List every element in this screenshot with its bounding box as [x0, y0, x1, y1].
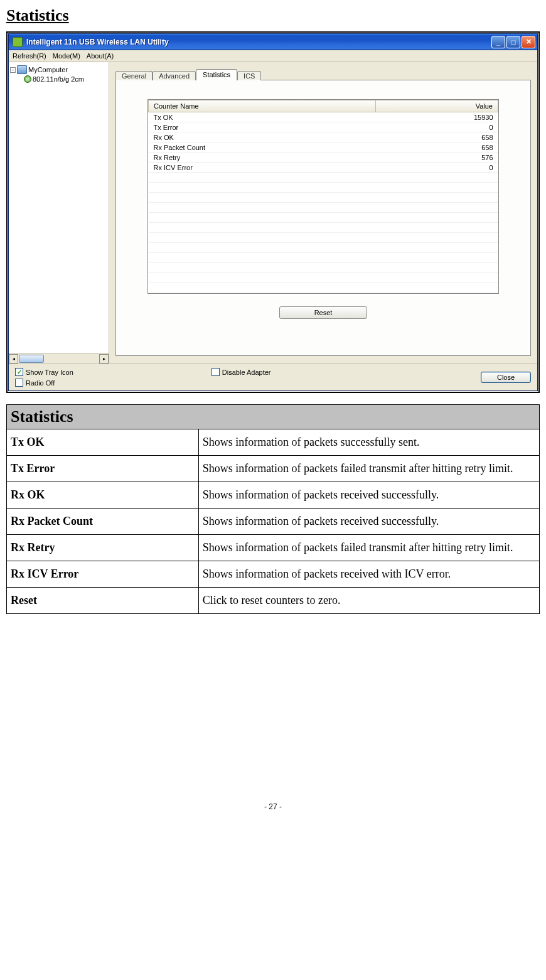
empty-cell: [149, 233, 376, 243]
adapter-icon: [24, 75, 31, 83]
scroll-right-icon[interactable]: ▸: [99, 354, 109, 363]
empty-cell: [376, 223, 498, 233]
table-row[interactable]: Tx Error0: [149, 122, 498, 132]
menu-refresh[interactable]: Refresh(R): [13, 52, 46, 60]
desc-text: Shows information of packets received su…: [198, 482, 539, 509]
empty-cell: [149, 193, 376, 203]
close-button-wrap: Close: [481, 372, 531, 383]
disable-adapter-label: Disable Adapter: [222, 369, 271, 376]
table-row: Rx Packet CountShows information of pack…: [7, 509, 540, 535]
table-row: [149, 243, 498, 253]
tab-ics[interactable]: ICS: [237, 71, 261, 80]
stat-value: 0: [376, 122, 498, 132]
menu-about[interactable]: About(A): [87, 52, 114, 60]
table-row: [149, 183, 498, 193]
empty-cell: [149, 283, 376, 293]
table-row: Rx ICV ErrorShows information of packets…: [7, 561, 540, 588]
close-button[interactable]: Close: [481, 372, 531, 383]
minimize-button[interactable]: _: [491, 36, 505, 48]
checkbox-col-left: ✓ Show Tray Icon Radio Off: [15, 368, 73, 387]
reset-row: Reset: [147, 306, 499, 319]
desc-key: Rx Retry: [7, 535, 199, 561]
table-row[interactable]: Rx ICV Error0: [149, 163, 498, 173]
empty-cell: [149, 203, 376, 213]
desc-text: Click to reset counters to zero.: [198, 588, 539, 614]
page-number: - 27 -: [6, 802, 540, 811]
section-heading: Statistics: [6, 6, 540, 25]
col-counter-name[interactable]: Counter Name: [149, 100, 376, 112]
table-row[interactable]: Rx Packet Count658: [149, 143, 498, 153]
desc-key: Tx Error: [7, 456, 199, 482]
screenshot-container: Intelligent 11n USB Wireless LAN Utility…: [6, 31, 540, 393]
empty-cell: [376, 253, 498, 263]
stat-name: Tx OK: [149, 112, 376, 122]
tab-panel: Counter Name Value Tx OK15930Tx Error0Rx…: [115, 80, 531, 356]
checkbox-icon: ✓: [15, 368, 23, 376]
empty-cell: [149, 263, 376, 273]
tree-child[interactable]: 802.11n/b/g 2cm: [10, 75, 107, 83]
stat-value: 15930: [376, 112, 498, 122]
maximize-button[interactable]: □: [506, 36, 520, 48]
stat-value: 658: [376, 132, 498, 143]
show-tray-checkbox[interactable]: ✓ Show Tray Icon: [15, 368, 73, 376]
empty-cell: [149, 253, 376, 263]
menu-mode[interactable]: Mode(M): [53, 52, 80, 60]
empty-cell: [376, 263, 498, 273]
radio-off-checkbox[interactable]: Radio Off: [15, 379, 73, 387]
disable-adapter-checkbox[interactable]: Disable Adapter: [211, 368, 271, 376]
table-row: Tx ErrorShows information of packets fai…: [7, 456, 540, 482]
desc-key: Tx OK: [7, 429, 199, 456]
tree-child-label: 802.11n/b/g 2cm: [33, 75, 84, 83]
radio-off-label: Radio Off: [26, 379, 55, 387]
table-row[interactable]: Rx OK658: [149, 132, 498, 143]
tab-statistics[interactable]: Statistics: [196, 69, 237, 80]
empty-cell: [376, 273, 498, 283]
checkbox-icon: [15, 379, 23, 387]
close-window-button[interactable]: ✕: [522, 36, 535, 48]
tab-advanced[interactable]: Advanced: [153, 71, 196, 80]
table-row[interactable]: Rx Retry576: [149, 153, 498, 163]
desc-text: Shows information of packets received su…: [198, 509, 539, 535]
empty-cell: [376, 193, 498, 203]
window-title: Intelligent 11n USB Wireless LAN Utility: [26, 38, 491, 46]
scroll-left-icon[interactable]: ◂: [9, 354, 18, 363]
empty-cell: [149, 223, 376, 233]
scroll-thumb[interactable]: [19, 355, 44, 363]
stat-name: Rx OK: [149, 132, 376, 143]
table-row: [149, 203, 498, 213]
desc-text: Shows information of packets successfull…: [198, 429, 539, 456]
window-buttons: _ □ ✕: [491, 36, 535, 48]
app-body: − MyComputer 802.11n/b/g 2cm ◂ ▸ General: [9, 62, 537, 363]
col-value[interactable]: Value: [376, 100, 498, 112]
tree-panel: − MyComputer 802.11n/b/g 2cm ◂ ▸: [9, 62, 109, 363]
show-tray-label: Show Tray Icon: [26, 369, 73, 376]
empty-cell: [149, 273, 376, 283]
computer-icon: [17, 65, 27, 74]
table-row: Rx OKShows information of packets receiv…: [7, 482, 540, 509]
stat-table: Counter Name Value Tx OK15930Tx Error0Rx…: [148, 100, 498, 293]
menubar: Refresh(R) Mode(M) About(A): [9, 50, 537, 62]
empty-cell: [149, 213, 376, 223]
empty-cell: [376, 173, 498, 183]
table-row[interactable]: Tx OK15930: [149, 112, 498, 122]
tab-general[interactable]: General: [115, 71, 153, 80]
tree-scrollbar[interactable]: ◂ ▸: [9, 353, 109, 363]
titlebar: Intelligent 11n USB Wireless LAN Utility…: [9, 34, 537, 50]
empty-cell: [149, 173, 376, 183]
tree-root[interactable]: − MyComputer: [10, 65, 107, 75]
tree-collapse-icon[interactable]: −: [10, 67, 16, 73]
table-row: Tx OKShows information of packets succes…: [7, 429, 540, 456]
empty-cell: [376, 183, 498, 193]
empty-cell: [376, 233, 498, 243]
reset-button[interactable]: Reset: [279, 306, 367, 319]
desc-header: Statistics: [7, 405, 540, 429]
table-row: [149, 193, 498, 203]
app-icon: [13, 37, 23, 47]
stat-name: Rx ICV Error: [149, 163, 376, 173]
checkbox-col-mid: Disable Adapter: [211, 368, 271, 376]
desc-header-row: Statistics: [7, 405, 540, 429]
table-row: [149, 173, 498, 183]
stat-value: 658: [376, 143, 498, 153]
desc-key: Rx Packet Count: [7, 509, 199, 535]
desc-key: Rx OK: [7, 482, 199, 509]
